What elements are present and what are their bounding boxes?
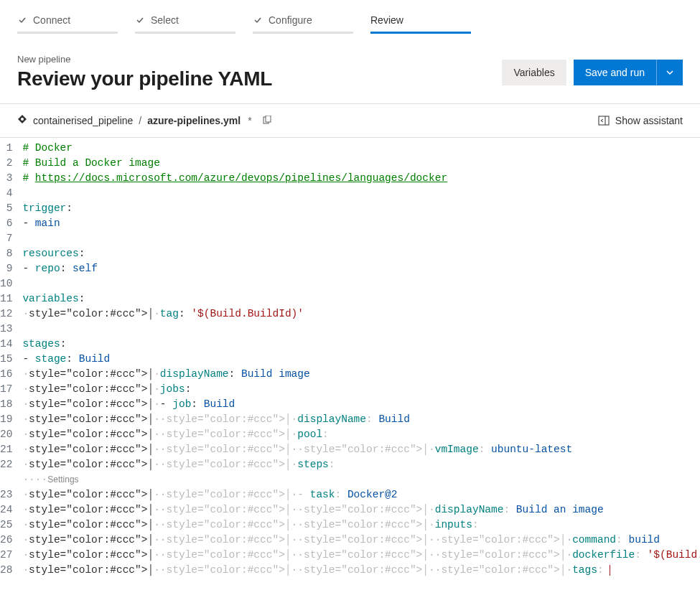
wizard-step-bar <box>135 32 235 34</box>
wizard-steps: ConnectSelectConfigureReview <box>0 0 700 34</box>
page-title: Review your pipeline YAML <box>17 67 272 90</box>
code-line[interactable]: ·style="color:#ccc">│·displayName: Build… <box>22 367 700 382</box>
svg-rect-2 <box>266 116 271 122</box>
code-line[interactable] <box>22 231 700 246</box>
check-icon <box>135 15 145 25</box>
breadcrumb-file[interactable]: azure-pipelines.yml <box>147 115 241 126</box>
code-line[interactable]: # https://docs.microsoft.com/azure/devop… <box>22 171 700 186</box>
code-line[interactable]: trigger: <box>22 201 700 216</box>
wizard-step-bar <box>253 32 353 34</box>
code-line[interactable]: - main <box>22 216 700 231</box>
editor-code[interactable]: # Docker# Build a Docker image# https://… <box>22 141 700 578</box>
code-line[interactable]: ·style="color:#ccc">│··style="color:#ccc… <box>22 457 700 472</box>
save-and-run-button[interactable]: Save and run <box>574 60 657 85</box>
breadcrumb-sep: / <box>139 115 141 126</box>
wizard-step-label: Connect <box>33 14 70 26</box>
code-line[interactable]: # Docker <box>22 141 700 156</box>
code-line[interactable]: ·style="color:#ccc">│··style="color:#ccc… <box>22 487 700 502</box>
wizard-step-configure[interactable]: Configure <box>253 14 370 34</box>
check-icon <box>17 15 27 25</box>
title-bar: New pipeline Review your pipeline YAML V… <box>0 34 700 103</box>
code-line[interactable]: ·style="color:#ccc">│··style="color:#ccc… <box>22 442 700 457</box>
variables-button[interactable]: Variables <box>502 60 566 85</box>
show-assistant-button[interactable]: Show assistant <box>598 115 683 126</box>
code-line[interactable]: variables: <box>22 291 700 306</box>
page-subtitle: New pipeline <box>17 54 272 65</box>
code-line[interactable]: ·style="color:#ccc">│·jobs: <box>22 382 700 397</box>
check-icon <box>253 15 263 25</box>
code-line[interactable]: - repo: self <box>22 261 700 276</box>
show-assistant-label: Show assistant <box>615 115 683 126</box>
code-line[interactable] <box>22 322 700 337</box>
wizard-step-review[interactable]: Review <box>370 14 488 34</box>
code-line[interactable]: stages: <box>22 337 700 352</box>
wizard-step-label: Review <box>370 14 403 26</box>
wizard-step-connect[interactable]: Connect <box>17 14 135 34</box>
code-line[interactable]: ·style="color:#ccc">│·tag: '$(Build.Buil… <box>22 306 700 322</box>
code-line[interactable] <box>22 276 700 291</box>
yaml-editor[interactable]: 12345678910111213141516171819202122 2324… <box>0 137 700 578</box>
wizard-step-label: Configure <box>269 14 312 26</box>
code-line[interactable]: ·style="color:#ccc">│··style="color:#ccc… <box>22 533 700 548</box>
code-line[interactable]: # Build a Docker image <box>22 156 700 171</box>
save-and-run-chevron[interactable] <box>657 60 683 85</box>
code-line[interactable]: ·style="color:#ccc">│··style="color:#ccc… <box>22 502 700 518</box>
code-line[interactable] <box>22 186 700 201</box>
wizard-step-bar <box>370 32 471 34</box>
code-line[interactable]: ·style="color:#ccc">│··style="color:#ccc… <box>22 548 700 563</box>
code-line[interactable]: - stage: Build <box>22 352 700 367</box>
breadcrumb-modified-indicator: * <box>248 115 251 126</box>
chevron-down-icon <box>666 68 674 77</box>
editor-gutter: 12345678910111213141516171819202122 2324… <box>0 141 22 578</box>
code-line[interactable]: ·style="color:#ccc">│··style="color:#ccc… <box>22 412 700 427</box>
code-line[interactable]: ·style="color:#ccc">│··style="color:#ccc… <box>22 518 700 533</box>
code-line[interactable]: ·style="color:#ccc">│··style="color:#ccc… <box>22 427 700 442</box>
breadcrumb-repo[interactable]: containerised_pipeline <box>33 115 133 126</box>
wizard-step-label: Select <box>151 14 179 26</box>
save-and-run-split-button: Save and run <box>574 60 683 85</box>
wizard-step-select[interactable]: Select <box>135 14 253 34</box>
repo-icon <box>17 114 27 127</box>
copy-path-icon[interactable] <box>262 116 272 126</box>
file-path-bar: containerised_pipeline / azure-pipelines… <box>0 104 700 137</box>
svg-point-0 <box>21 118 24 121</box>
code-line[interactable]: resources: <box>22 246 700 261</box>
wizard-step-bar <box>17 32 118 34</box>
codelens-settings[interactable]: ····Settings <box>22 472 700 487</box>
code-line[interactable]: ·style="color:#ccc">│··style="color:#ccc… <box>22 563 700 578</box>
panel-expand-icon <box>598 115 610 126</box>
code-line[interactable]: ·style="color:#ccc">│·- job: Build <box>22 397 700 412</box>
